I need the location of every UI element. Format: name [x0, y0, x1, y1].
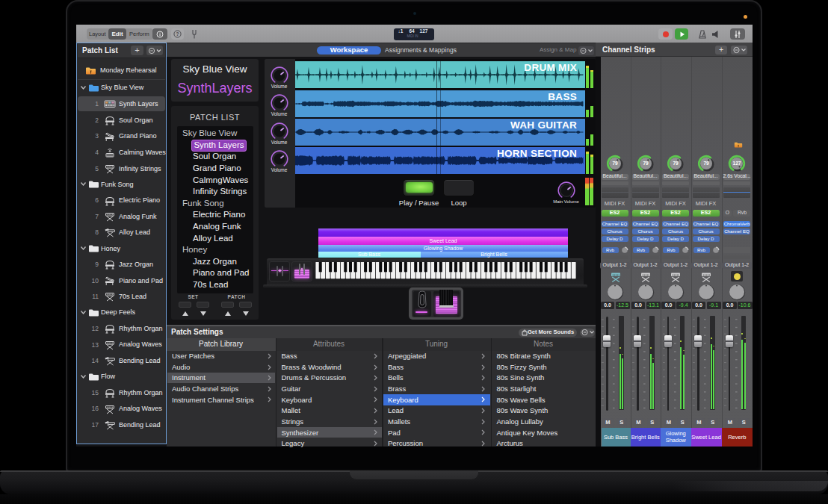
svg-text:127: 127 — [733, 161, 741, 166]
svg-text:79: 79 — [673, 161, 679, 166]
svg-text:?: ? — [176, 31, 179, 37]
svg-text:79: 79 — [612, 161, 618, 166]
svg-text:79: 79 — [643, 161, 649, 166]
svg-text:79: 79 — [703, 161, 709, 166]
